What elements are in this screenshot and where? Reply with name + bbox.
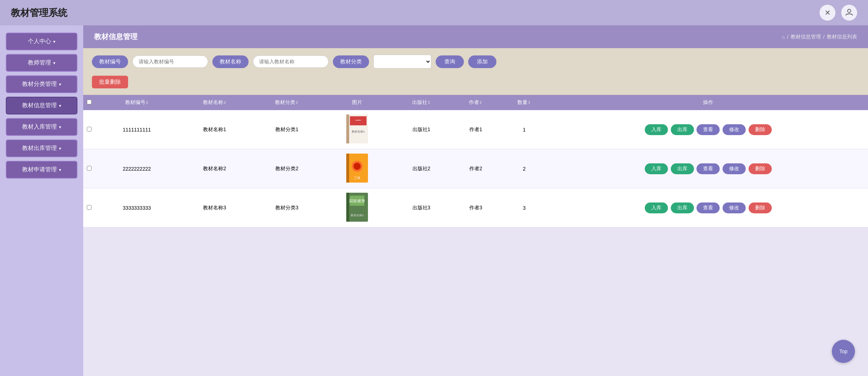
select-all-checkbox[interactable] [87,100,92,104]
cell-actions: 入库 出库 查看 修改 删除 [549,110,868,149]
svg-text:囚徒健身: 囚徒健身 [349,199,365,203]
th-action: 操作 [549,95,868,110]
cell-author: 作者3 [452,188,500,227]
row-checkbox[interactable] [87,205,92,210]
cell-publisher: 出版社3 [391,188,452,227]
svg-text:一: 一 [355,117,361,124]
row-checkbox-cell [83,188,95,227]
outstore-button[interactable]: 出库 [671,124,694,135]
delete-button[interactable]: 删除 [749,124,772,135]
user-icon [845,8,853,18]
svg-rect-2 [346,114,349,143]
cell-author: 作者2 [452,149,500,188]
th-checkbox [83,95,95,110]
user-button[interactable] [841,5,857,21]
th-code: 教材编号⇕ [95,95,178,110]
cell-category: 教材分类2 [251,149,323,188]
th-quantity: 数量⇕ [500,95,549,110]
sidebar-label-category: 教材分类管理 [22,80,57,88]
select-category[interactable]: 教材分类1 教材分类2 教材分类3 [373,55,431,68]
cell-actions: 入库 出库 查看 修改 删除 [549,188,868,227]
sidebar-label-instore: 教材入库管理 [22,123,57,131]
sort-icon-category[interactable]: ⇕ [295,100,298,105]
cell-code: 1111111111 [95,110,178,149]
row-checkbox-cell [83,110,95,149]
chevron-down-icon: ▾ [59,82,61,87]
svg-rect-13 [346,193,349,222]
view-button[interactable]: 查看 [696,202,720,213]
cell-author: 作者1 [452,110,500,149]
th-author: 作者⇕ [452,95,500,110]
sidebar-label-apply: 教材申请管理 [22,166,57,174]
instore-button[interactable]: 入库 [645,202,668,213]
cell-name: 教材名称3 [178,188,251,227]
table-row: 2222222222 教材名称2 教材分类2 三体 出版社2 作者2 2 入库 … [83,149,868,188]
cell-code: 2222222222 [95,149,178,188]
sidebar-label-outstore: 教材出库管理 [22,145,57,152]
delete-button[interactable]: 删除 [749,163,772,174]
th-publisher: 出版社⇕ [391,95,452,110]
cell-name: 教材名称1 [178,110,251,149]
th-category: 教材分类⇕ [251,95,323,110]
svg-text:三体: 三体 [354,176,360,180]
close-button[interactable]: ✕ [820,5,835,21]
cell-publisher: 出版社2 [391,149,452,188]
sidebar-label-personal: 个人中心 [28,38,51,45]
cell-publisher: 出版社1 [391,110,452,149]
row-checkbox[interactable] [87,166,92,171]
cell-image: 一 教材名称1 [323,110,391,149]
cell-category: 教材分类1 [251,110,323,149]
close-icon: ✕ [825,8,831,17]
sort-icon-name[interactable]: ⇕ [223,100,226,105]
sidebar-item-teacher-management[interactable]: 教师管理 ▾ [6,54,77,72]
sort-icon-author[interactable]: ⇕ [479,100,482,105]
table-header-row: 教材编号⇕ 教材名称⇕ 教材分类⇕ 图片 出版社⇕ 作者⇕ 数量⇕ 操作 [83,95,868,110]
add-button[interactable]: 添加 [468,55,496,68]
label-code: 教材编号 [92,55,128,68]
edit-button[interactable]: 修改 [723,124,746,135]
delete-button[interactable]: 删除 [749,202,772,213]
main-content: 教材信息管理 ⌂ / 教材信息管理 / 教材信息列表 教材编号 教材名称 教材分… [83,25,868,376]
sidebar-item-outstore-management[interactable]: 教材出库管理 ▾ [6,139,77,157]
search-row1: 教材编号 教材名称 教材分类 教材分类1 教材分类2 教材分类3 查询 添加 [92,55,859,68]
sidebar-label-teacher: 教师管理 [28,59,51,67]
chevron-down-icon: ▾ [59,103,61,108]
chevron-down-icon: ▾ [59,167,61,172]
cell-name: 教材名称2 [178,149,251,188]
outstore-button[interactable]: 出库 [671,163,694,174]
cell-image: 三体 [323,149,391,188]
view-button[interactable]: 查看 [696,163,720,174]
cell-quantity: 2 [500,149,549,188]
sidebar-label-info: 教材信息管理 [22,102,57,109]
breadcrumb-separator2: / [823,34,825,40]
edit-button[interactable]: 修改 [723,202,746,213]
input-name[interactable] [253,55,329,68]
row-checkbox[interactable] [87,127,92,131]
sort-icon-publisher[interactable]: ⇕ [427,100,431,105]
main-layout: 个人中心 ▾ 教师管理 ▾ 教材分类管理 ▾ 教材信息管理 ▾ 教材入库管理 ▾… [0,25,868,376]
outstore-button[interactable]: 出库 [671,202,694,213]
instore-button[interactable]: 入库 [645,163,668,174]
instore-button[interactable]: 入库 [645,124,668,135]
table-container: 教材编号⇕ 教材名称⇕ 教材分类⇕ 图片 出版社⇕ 作者⇕ 数量⇕ 操作 111… [83,95,868,227]
sidebar-item-personal-center[interactable]: 个人中心 ▾ [6,33,77,50]
sidebar-item-category-management[interactable]: 教材分类管理 ▾ [6,75,77,93]
cell-code: 3333333333 [95,188,178,227]
sidebar-item-info-management[interactable]: 教材信息管理 ▾ [6,97,77,114]
sidebar: 个人中心 ▾ 教师管理 ▾ 教材分类管理 ▾ 教材信息管理 ▾ 教材入库管理 ▾… [0,25,83,376]
view-button[interactable]: 查看 [696,124,720,135]
page-header: 教材信息管理 ⌂ / 教材信息管理 / 教材信息列表 [83,25,868,48]
chevron-down-icon: ▾ [59,146,61,151]
sidebar-item-apply-management[interactable]: 教材申请管理 ▾ [6,161,77,179]
sidebar-item-instore-management[interactable]: 教材入库管理 ▾ [6,118,77,136]
edit-button[interactable]: 修改 [723,163,746,174]
sort-icon-code[interactable]: ⇕ [145,100,149,105]
back-to-top-button[interactable]: Top [832,340,855,363]
search-row2: 批量删除 [92,74,859,88]
chevron-down-icon: ▾ [53,60,55,66]
query-button[interactable]: 查询 [436,55,464,68]
batch-delete-button[interactable]: 批量删除 [92,76,128,88]
breadcrumb-home-icon: ⌂ [782,34,785,40]
sort-icon-quantity[interactable]: ⇕ [528,100,531,105]
input-code[interactable] [132,55,208,68]
